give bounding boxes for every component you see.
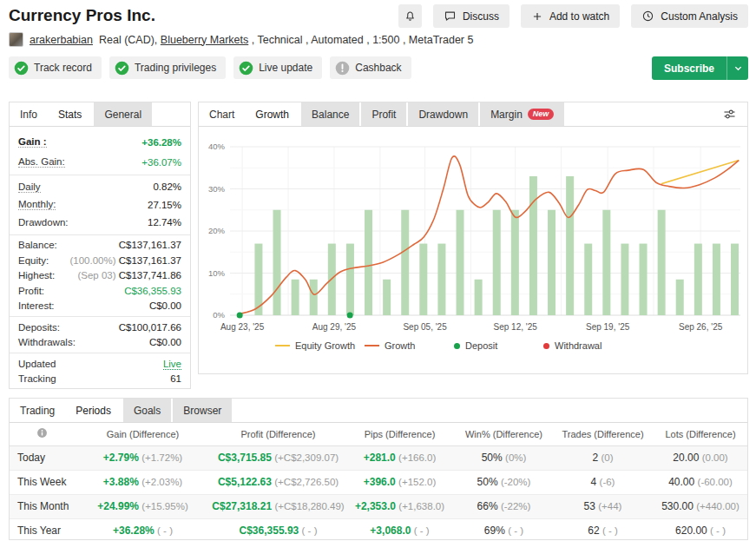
add-to-watch-button-label: Add to watch xyxy=(549,10,609,23)
chart-bar xyxy=(346,244,354,315)
stat-value-main: Live xyxy=(163,359,181,370)
cell-lots-difference: 40.00 (-60.00) xyxy=(652,470,748,494)
legend-item-equity-growth[interactable]: Equity Growth xyxy=(275,340,365,351)
account-row: arakerbabian Real (CAD), Blueberry Marke… xyxy=(9,32,473,47)
stat-value: Live xyxy=(163,359,181,369)
chart-panel: ChartGrowthBalanceProfitDrawdownMarginNe… xyxy=(198,102,748,374)
tab-label: Periods xyxy=(76,405,111,417)
cell-main-value: C$5,122.63 xyxy=(218,476,272,488)
subscribe-button[interactable]: Subscribe xyxy=(652,63,726,75)
broker-link[interactable]: Blueberry Markets xyxy=(161,34,248,46)
chart-bar xyxy=(419,244,427,315)
tab-label: Profit xyxy=(371,109,396,121)
chart-tab-drawdown[interactable]: Drawdown xyxy=(408,102,478,126)
col-header-profit-difference: Profit (Difference) xyxy=(211,423,345,445)
stat-value-main: +36.07% xyxy=(141,157,181,168)
stat-row-highest: Highest:(Sep 03) C$137,741.86 xyxy=(10,268,190,284)
chart-bar xyxy=(584,244,592,315)
badge-label: Cashback xyxy=(355,62,401,74)
legend-item-deposit[interactable]: Deposit xyxy=(454,340,543,351)
cell-difference-value: (+2.03%) xyxy=(141,477,182,487)
legend-swatch xyxy=(543,343,549,349)
exclamation-circle-icon xyxy=(335,61,350,76)
cell-profit-difference: C$3,715.85 (+C$2,309.07) xyxy=(211,445,345,470)
stats-tab-general[interactable]: General xyxy=(94,102,152,126)
y-axis-tick: 0% xyxy=(213,310,225,320)
stat-value: (100.00%) C$137,161.37 xyxy=(69,255,181,266)
chart-bar xyxy=(602,210,610,315)
periods-tab-goals[interactable]: Goals xyxy=(123,399,171,422)
stat-row-daily: Daily0.82% xyxy=(10,178,190,196)
cell-difference-value: (-22%) xyxy=(501,501,531,511)
chart-bar xyxy=(640,244,648,315)
stats-tab-stats[interactable]: Stats xyxy=(48,102,92,126)
chart-bar xyxy=(658,210,666,315)
info-icon[interactable] xyxy=(36,427,48,439)
badge-live-update: Live update xyxy=(233,56,322,79)
cell-win-difference: 50% (0%) xyxy=(454,445,554,470)
cell-win-difference: 69% ( - ) xyxy=(454,518,554,540)
cell-gain-difference: +24.99% (+15.95%) xyxy=(75,494,211,518)
chart-bar xyxy=(401,210,409,315)
account-username-link[interactable]: arakerbabian xyxy=(30,34,93,46)
stat-label: Profit: xyxy=(18,286,44,296)
table-row-this-week: This Week+3.88% (+2.03%)C$5,122.63 (+C$2… xyxy=(10,470,748,494)
stat-value: +36.28% xyxy=(141,137,181,148)
stats-divider xyxy=(10,175,190,175)
chart-bar xyxy=(365,210,372,315)
cell-difference-value: ( - ) xyxy=(302,525,318,536)
periods-tab-trading[interactable]: Trading xyxy=(10,399,65,422)
subscribe-dropdown-button[interactable] xyxy=(727,63,748,73)
cell-lots-difference: 620.00 ( - ) xyxy=(652,518,748,540)
stat-value: 27.15% xyxy=(148,200,181,210)
cell-difference-value: (+166.0) xyxy=(398,452,436,463)
badge-label: Track record xyxy=(34,62,92,74)
stat-label: Abs. Gain: xyxy=(18,156,65,168)
tab-label: Chart xyxy=(209,109,234,121)
stat-label: Balance: xyxy=(18,240,57,250)
stat-row-gain: Gain :+36.28% xyxy=(10,132,190,152)
cell-main-value: 66% xyxy=(477,500,498,512)
discuss-button[interactable]: Discuss xyxy=(433,4,509,28)
cell-difference-value: ( - ) xyxy=(157,525,173,536)
chart-tab-chart[interactable]: Chart xyxy=(199,102,245,126)
chart-tab-growth[interactable]: Growth xyxy=(245,102,299,126)
custom-analysis-button[interactable]: Custom Analysis xyxy=(631,4,748,28)
cell-difference-value: (+C$2,309.07) xyxy=(274,452,339,463)
legend-item-withdrawal[interactable]: Withdrawal xyxy=(543,340,633,351)
chart-settings-button[interactable] xyxy=(722,102,747,126)
stat-value-main: C$0.00 xyxy=(149,300,181,311)
col-header-trades-difference: Trades (Difference) xyxy=(554,423,652,445)
stat-label: Deposits: xyxy=(18,322,60,333)
chart-bar xyxy=(475,280,483,315)
legend-item-growth[interactable]: Growth xyxy=(365,340,454,351)
cell-main-value: +2.79% xyxy=(103,452,139,464)
tab-label: Stats xyxy=(58,109,82,121)
periods-tab-periods[interactable]: Periods xyxy=(65,399,122,422)
periods-panel-tabs: TradingPeriodsGoalsBrowser xyxy=(10,399,747,423)
cell-difference-value: (+440.00) xyxy=(696,501,740,511)
cell-trades-difference: 62 ( - ) xyxy=(554,518,652,540)
stat-value-prefix: (100.00%) xyxy=(69,255,118,266)
chart-tab-margin[interactable]: MarginNew xyxy=(480,102,564,126)
cell-difference-value: (-6) xyxy=(600,477,615,487)
cell-main-value: +2,353.0 xyxy=(355,500,396,512)
notifications-button[interactable] xyxy=(398,4,422,28)
account-type-text: Real (CAD), xyxy=(99,34,161,46)
table-row-today: Today+2.79% (+1.72%)C$3,715.85 (+C$2,309… xyxy=(10,445,748,470)
deposit-dot xyxy=(347,313,353,319)
stats-tab-info[interactable]: Info xyxy=(10,102,48,126)
add-to-watch-button[interactable]: Add to watch xyxy=(521,4,620,28)
subscribe-split-button[interactable]: Subscribe xyxy=(652,56,748,80)
stat-value-main: 61 xyxy=(170,373,181,384)
periods-tab-browser[interactable]: Browser xyxy=(173,399,232,422)
badge-label: Live update xyxy=(259,62,312,74)
chart-bar xyxy=(676,280,684,315)
chart-tab-balance[interactable]: Balance xyxy=(301,102,359,126)
chart-settings-icon xyxy=(722,107,737,122)
chart-bar xyxy=(694,244,702,315)
cell-main-value: 50% xyxy=(477,476,498,488)
tab-label: Drawdown xyxy=(418,109,468,121)
chart-tab-profit[interactable]: Profit xyxy=(361,102,406,126)
y-axis-tick: 10% xyxy=(208,268,226,278)
